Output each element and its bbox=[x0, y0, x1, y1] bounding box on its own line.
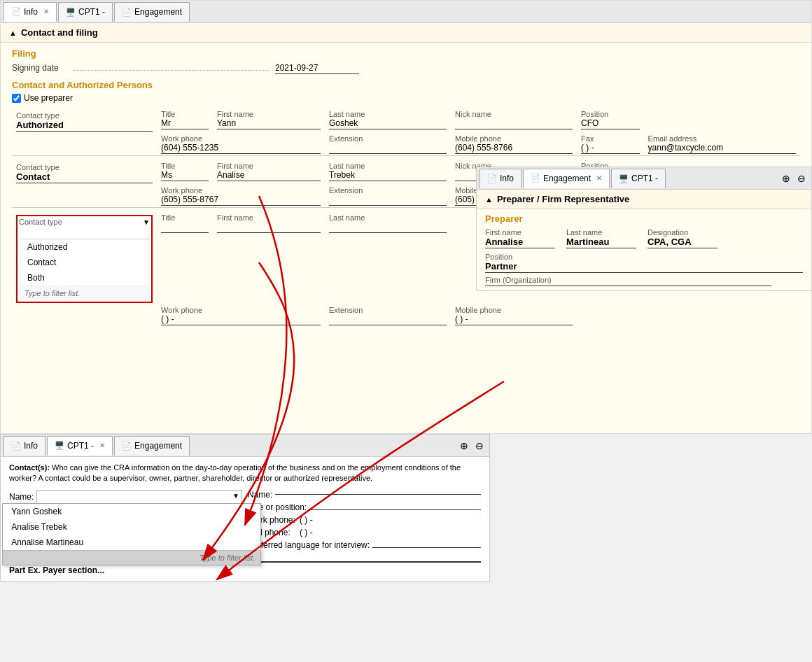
bottom-info-icon: 📄 bbox=[11, 442, 21, 451]
signing-date-dots bbox=[74, 70, 270, 71]
preparer-designation-value[interactable]: CPA, CGA bbox=[648, 237, 718, 248]
extension-label-1: Extension bbox=[329, 134, 447, 143]
firstname-label-2: First name bbox=[217, 162, 321, 170]
contact-type-dropdown-trigger[interactable]: Contact type ▼ Authorized Contact Both T… bbox=[16, 215, 153, 303]
title-value-3[interactable] bbox=[161, 222, 209, 233]
chevron-icon: ▲ bbox=[9, 29, 17, 37]
lastname-value-3[interactable] bbox=[329, 222, 447, 233]
preparer-firstname-value[interactable]: Annalise bbox=[485, 237, 555, 248]
use-preparer-label: Use preparer bbox=[24, 93, 73, 103]
right-name-field[interactable] bbox=[275, 494, 481, 495]
position-label-1: Position bbox=[581, 110, 640, 118]
signing-date-value[interactable]: 2021-09-27 bbox=[275, 63, 359, 74]
right-workphone-value[interactable]: ( ) - bbox=[300, 515, 349, 525]
middle-engagement-icon: 📄 bbox=[531, 174, 540, 183]
name-item-yann[interactable]: Yann Goshek bbox=[3, 504, 260, 519]
firm-field-line[interactable] bbox=[485, 286, 771, 286]
contacts-description: Contact(s): Who can give the CRA informa… bbox=[9, 463, 481, 484]
position-value-1[interactable]: CFO bbox=[581, 118, 640, 129]
part-ex-label: Part Ex. Payer section... bbox=[9, 565, 104, 575]
nav-left-arrow[interactable]: ⊕ bbox=[779, 173, 793, 184]
extension-value-2[interactable] bbox=[329, 195, 447, 206]
middle-cpt1-icon: 🖥️ bbox=[619, 174, 629, 183]
name-item-analise[interactable]: Analise Trebek bbox=[3, 519, 260, 535]
engagement-tab-icon: 📄 bbox=[122, 8, 132, 17]
nickname-value-1[interactable] bbox=[455, 118, 573, 129]
middle-cpt1-label: CPT1 - bbox=[631, 174, 658, 183]
bottom-tab-cpt1[interactable]: 🖥️ CPT1 - ✕ bbox=[47, 436, 113, 456]
bottom-panel: 📄 Info 🖥️ CPT1 - ✕ 📄 Engagement ⊕ ⊖ Cont… bbox=[0, 434, 490, 582]
middle-tab-info[interactable]: 📄 Info bbox=[479, 169, 522, 188]
nav-right-arrow[interactable]: ⊖ bbox=[794, 173, 808, 184]
nickname-label-1: Nick name bbox=[455, 110, 573, 118]
info-tab-icon: 📄 bbox=[11, 7, 21, 16]
fax-value-1[interactable]: ( ) - bbox=[581, 143, 640, 154]
left-name-label: Name: bbox=[9, 492, 34, 502]
extension-value-3[interactable] bbox=[329, 314, 447, 325]
lastname-value-1[interactable]: Goshek bbox=[329, 118, 447, 129]
firstname-label-3: First name bbox=[217, 213, 321, 222]
firstname-value-1[interactable]: Yann bbox=[217, 118, 321, 129]
firstname-value-2[interactable]: Analise bbox=[217, 170, 321, 181]
cpt1-tab-icon: 🖥️ bbox=[66, 8, 76, 17]
middle-tab-engagement[interactable]: 📄 Engagement ✕ bbox=[523, 169, 610, 188]
name-dropdown: Yann Goshek Analise Trebek Annalise Mart… bbox=[2, 503, 261, 565]
contact-type-value-3[interactable] bbox=[19, 226, 150, 237]
right-title-field[interactable] bbox=[309, 509, 481, 510]
table-row: Work phone (604) 555-1235 Extension Mobi… bbox=[12, 133, 800, 156]
bottom-tab-engagement[interactable]: 📄 Engagement bbox=[114, 436, 190, 456]
cpt1-tab-label: CPT1 - bbox=[78, 7, 105, 17]
name-dropdown-filter: Type to filter list. bbox=[3, 550, 260, 565]
bottom-tab-info[interactable]: 📄 Info bbox=[4, 436, 46, 456]
contact-type-value-2[interactable]: Contact bbox=[16, 171, 153, 183]
email-value-1[interactable]: yann@taxcycle.com bbox=[648, 143, 796, 154]
bottom-cpt1-icon: 🖥️ bbox=[55, 441, 64, 450]
bottom-nav-right[interactable]: ⊖ bbox=[472, 440, 486, 451]
preparer-lastname-label: Last name bbox=[566, 228, 636, 237]
filing-label: Filing bbox=[12, 48, 800, 59]
preparer-label: Preparer bbox=[485, 213, 803, 224]
preparer-lastname-value[interactable]: Martineau bbox=[566, 237, 636, 248]
firstname-value-3[interactable] bbox=[217, 222, 321, 233]
extension-label-2: Extension bbox=[329, 186, 447, 195]
workphone-value-2[interactable]: (605) 555-8767 bbox=[161, 195, 321, 206]
tab-info[interactable]: 📄 Info ✕ bbox=[4, 2, 57, 22]
table-row: Work phone ( ) - Extension Mobile phone … bbox=[12, 304, 800, 327]
tab-engagement[interactable]: 📄 Engagement bbox=[114, 2, 190, 22]
bottom-engagement-label: Engagement bbox=[134, 441, 182, 451]
right-cellphone-value[interactable]: ( ) - bbox=[300, 528, 349, 537]
workphone-value-3[interactable]: ( ) - bbox=[161, 314, 321, 325]
bottom-cpt1-close[interactable]: ✕ bbox=[99, 442, 105, 449]
bottom-nav-left[interactable]: ⊕ bbox=[457, 440, 471, 451]
mobilephone-value-3[interactable]: ( ) - bbox=[455, 314, 573, 325]
contact-type-value-1[interactable]: Authorized bbox=[16, 120, 153, 132]
bottom-content: Contact(s): Who can give the CRA informa… bbox=[1, 457, 489, 581]
email-label-1: Email address bbox=[648, 134, 796, 143]
extension-label-3: Extension bbox=[329, 306, 447, 314]
title-value-1[interactable]: Mr bbox=[161, 118, 209, 129]
table-row: Contact type Authorized Title Mr First n… bbox=[12, 108, 800, 133]
dropdown-item-authorized[interactable]: Authorized bbox=[19, 239, 150, 255]
preparer-position-label: Position bbox=[485, 253, 803, 261]
name-item-annalise[interactable]: Annalise Martineau bbox=[3, 535, 260, 550]
workphone-value-1[interactable]: (604) 555-1235 bbox=[161, 143, 321, 154]
lastname-value-2[interactable]: Trebek bbox=[329, 170, 447, 181]
right-preferred-lang-field[interactable] bbox=[372, 547, 481, 548]
preparer-position-value[interactable]: Partner bbox=[485, 261, 803, 273]
info-tab-close[interactable]: ✕ bbox=[43, 8, 49, 15]
workphone-label-3: Work phone bbox=[161, 306, 321, 314]
use-preparer-checkbox[interactable] bbox=[12, 94, 21, 103]
dropdown-item-both[interactable]: Both bbox=[19, 270, 150, 286]
middle-engagement-close[interactable]: ✕ bbox=[596, 174, 602, 182]
mobilephone-value-1[interactable]: (604) 555-8766 bbox=[455, 143, 573, 154]
extension-value-1[interactable] bbox=[329, 143, 447, 154]
name-dropdown-arrow-icon: ▼ bbox=[232, 492, 239, 500]
dropdown-item-contact[interactable]: Contact bbox=[19, 255, 150, 270]
title-value-2[interactable]: Ms bbox=[161, 170, 209, 181]
dropdown-arrow-icon: ▼ bbox=[143, 218, 150, 226]
tab-cpt1[interactable]: 🖥️ CPT1 - bbox=[58, 2, 113, 22]
middle-tab-cpt1[interactable]: 🖥️ CPT1 - bbox=[611, 169, 666, 188]
middle-engagement-label: Engagement bbox=[543, 174, 591, 183]
left-name-input[interactable]: ▼ Yann Goshek Analise Trebek Annalise Ma… bbox=[36, 490, 242, 504]
info-tab-label: Info bbox=[24, 7, 38, 17]
